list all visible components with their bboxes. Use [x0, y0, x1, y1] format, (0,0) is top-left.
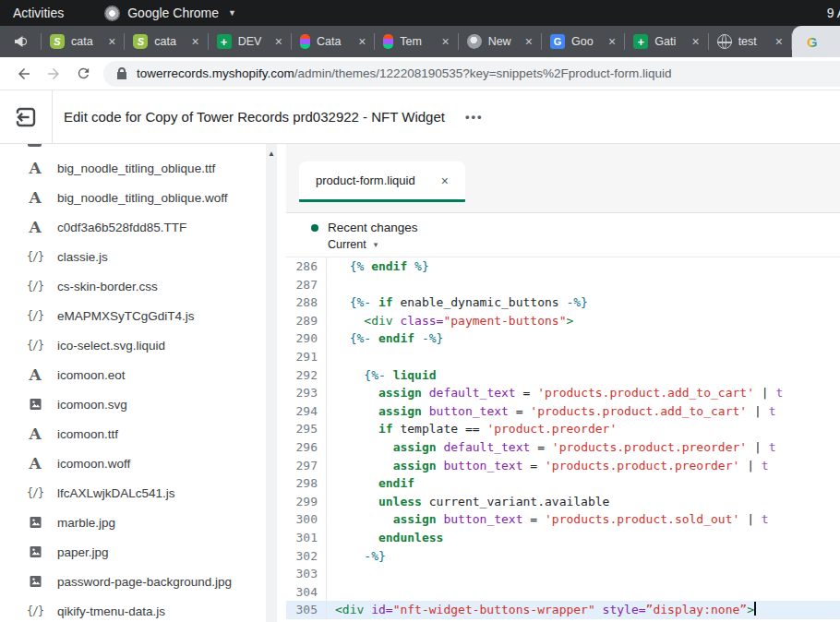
url-domain: towerrecords.myshopify.com: [137, 66, 294, 80]
code-lines[interactable]: 286 {% endif %}287288 {%- if enable_dyna…: [286, 257, 840, 622]
file-item-marble.jpg[interactable]: marble.jpg: [0, 508, 286, 537]
tab-close-icon[interactable]: ×: [608, 34, 616, 49]
url-path: /admin/themes/122208190535?key=snippets%…: [294, 66, 672, 80]
focused-app-menu[interactable]: Google Chrome ▼: [104, 6, 236, 21]
file-item-classie.js[interactable]: {/}classie.js: [0, 242, 286, 271]
code-line-301[interactable]: 301 endunless: [286, 529, 840, 547]
browser-tab-New[interactable]: New×: [459, 26, 541, 57]
recent-changes-label: Recent changes: [328, 221, 418, 234]
file-item-big_noodle_titling_oblique.woff[interactable]: Abig_noodle_titling_oblique.woff: [0, 183, 286, 212]
file-item-icomoon.ttf[interactable]: Aicomoon.ttf: [0, 419, 286, 449]
code-line-304[interactable]: 304: [286, 583, 840, 602]
tab-close-icon[interactable]: ×: [191, 34, 198, 49]
line-content: endif: [327, 474, 414, 493]
tab-close-icon[interactable]: ×: [275, 34, 282, 49]
code-line-295[interactable]: 295 if template == 'product.preorder': [286, 420, 840, 438]
globe-favicon-icon: [717, 34, 732, 49]
file-item-icomoon.svg[interactable]: icomoon.svg: [0, 389, 286, 419]
browser-tab-title: Gati: [654, 35, 685, 48]
browser-tab-Cata[interactable]: Cata×: [292, 26, 374, 57]
line-content: assign button_text = 'products.product.s…: [327, 510, 769, 529]
activities-button[interactable]: Activities: [13, 6, 64, 20]
code-line-302[interactable]: 302 -%}: [286, 547, 840, 566]
theme-file-sidebar: Abig_noodle_titling_oblique.ttfAbig_nood…: [0, 144, 286, 622]
line-number: 300: [286, 510, 327, 529]
tab-close-icon[interactable]: ×: [525, 34, 533, 49]
editor-tab-close-icon[interactable]: ×: [441, 173, 449, 188]
file-item-cs-skin-border.css[interactable]: {/}cs-skin-border.css: [0, 271, 286, 301]
file-item-password-page-background.jpg[interactable]: password-page-background.jpg: [0, 567, 286, 596]
file-item-ico-select.svg.liquid[interactable]: {/}ico-select.svg.liquid: [0, 330, 286, 360]
file-item-icomoon.eot[interactable]: Aicomoon.eot: [0, 360, 286, 389]
tab-close-icon[interactable]: ×: [441, 34, 449, 49]
file-item-big_noodle_titling_oblique.ttf[interactable]: Abig_noodle_titling_oblique.ttf: [0, 153, 286, 183]
file-item-icomoon.woff[interactable]: Aicomoon.woff: [0, 449, 286, 478]
back-button[interactable]: [9, 59, 39, 89]
file-name: ico-select.svg.liquid: [57, 339, 165, 353]
code-line-303[interactable]: 303: [286, 565, 840, 583]
os-top-bar: Activities Google Chrome ▼ 9 A: [0, 0, 840, 26]
browser-tab-partial[interactable]: G: [792, 26, 840, 57]
browser-tab-cata[interactable]: Scata×: [125, 26, 207, 57]
code-line-300[interactable]: 300 assign button_text = 'products.produ…: [286, 510, 840, 529]
code-line-294[interactable]: 294 assign button_text = 'products.produ…: [286, 402, 840, 421]
line-number: 291: [286, 348, 327, 366]
tab-close-icon[interactable]: ×: [108, 34, 115, 49]
browser-tab-cata[interactable]: Scata×: [42, 26, 124, 57]
browser-tab-Gati[interactable]: +Gati×: [625, 26, 707, 57]
more-actions-button[interactable]: •••: [465, 110, 484, 124]
sidebar-scrollbar[interactable]: ▲: [266, 144, 277, 622]
line-number: 303: [286, 565, 327, 583]
editor-tab-product-form[interactable]: product-form.liquid ×: [299, 161, 465, 202]
scroll-up-arrow-icon[interactable]: ▲: [266, 148, 277, 159]
file-item-qikify-tmenu-data.js[interactable]: {/}qikify-tmenu-data.js: [0, 596, 286, 622]
forward-button[interactable]: [39, 59, 68, 89]
line-number: 295: [286, 420, 327, 438]
version-dropdown[interactable]: Current ▾: [328, 238, 840, 251]
audio-tab-stub[interactable]: [0, 26, 41, 57]
file-item-c0df3a6b528fdd85.TTF[interactable]: Ac0df3a6b528fdd85.TTF: [0, 212, 286, 242]
font-file-icon: A: [26, 188, 44, 207]
shopify-favicon-icon: S: [133, 34, 148, 49]
tab-close-icon[interactable]: ×: [358, 34, 366, 49]
code-line-288[interactable]: 288 {%- if enable_dynamic_buttons -%}: [286, 293, 840, 312]
line-content: assign button_text = 'products.product.p…: [327, 457, 769, 475]
browser-tab-Goo[interactable]: GGoo×: [542, 26, 624, 57]
code-line-297[interactable]: 297 assign button_text = 'products.produ…: [286, 457, 840, 475]
tab-close-icon[interactable]: ×: [775, 34, 783, 49]
file-item-lfcAXLwjkDALc541.js[interactable]: {/}lfcAXLwjkDALc541.js: [0, 478, 286, 508]
code-line-298[interactable]: 298 endif: [286, 474, 840, 493]
font-file-icon: A: [26, 454, 44, 472]
shopify-favicon-icon: S: [50, 34, 65, 49]
line-number: 289: [286, 312, 327, 330]
font-file-icon: A: [26, 425, 44, 443]
translate-favicon-icon: G: [550, 34, 565, 49]
clock[interactable]: 9 A: [827, 6, 840, 20]
address-bar[interactable]: towerrecords.myshopify.com/admin/themes/…: [103, 61, 840, 87]
tab-close-icon[interactable]: ×: [691, 34, 699, 49]
code-line-305[interactable]: 305<div id="nft-widget-buttons-wrapper" …: [286, 601, 840, 619]
code-line-287[interactable]: 287: [286, 276, 840, 294]
ssl-lock-icon[interactable]: [116, 67, 127, 80]
font-file-icon: A: [26, 159, 44, 177]
code-line-292[interactable]: 292 {%- liquid: [286, 366, 840, 385]
exit-editor-button[interactable]: [0, 90, 53, 143]
code-line-291[interactable]: 291: [286, 348, 840, 366]
browser-tab-Tem[interactable]: Tem×: [375, 26, 457, 57]
line-number: 296: [286, 438, 327, 457]
line-content: {% endif %}: [327, 257, 429, 276]
code-line-299[interactable]: 299 unless current_variant.available: [286, 493, 840, 511]
code-line-296[interactable]: 296 assign default_text = 'products.prod…: [286, 438, 840, 457]
code-line-289[interactable]: 289 <div class="payment-buttons">: [286, 312, 840, 330]
code-line-293[interactable]: 293 assign default_text = 'products.prod…: [286, 384, 840, 402]
reload-button[interactable]: [68, 59, 98, 89]
code-line-290[interactable]: 290 {%- endif -%}: [286, 329, 840, 348]
file-item-paper.jpg[interactable]: paper.jpg: [0, 537, 286, 567]
browser-tab-test[interactable]: test×: [709, 26, 791, 57]
browser-tab-DEV[interactable]: +DEV×: [209, 26, 291, 57]
file-item-eMAPMXSyTCgGdiT4.js[interactable]: {/}eMAPMXSyTCgGdiT4.js: [0, 301, 286, 330]
code-line-286[interactable]: 286 {% endif %}: [286, 257, 840, 276]
page-title: Edit code for Copy of Tower Records prd0…: [64, 109, 445, 125]
line-number: 299: [286, 493, 327, 511]
code-file-icon: {/}: [26, 250, 44, 263]
